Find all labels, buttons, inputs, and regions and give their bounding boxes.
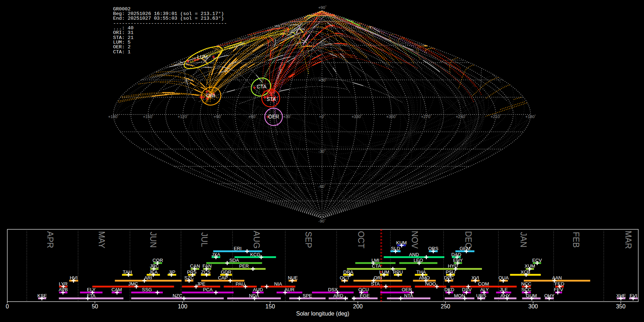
svg-text:JIP: JIP bbox=[169, 269, 175, 275]
svg-text:FEV: FEV bbox=[554, 287, 563, 292]
svg-text:+120°: +120° bbox=[178, 114, 189, 119]
svg-text:+210°: +210° bbox=[491, 114, 501, 119]
svg-text:CTA: CTA bbox=[257, 84, 267, 89]
svg-text:CTA: CTA bbox=[372, 263, 381, 269]
svg-text:PPS: PPS bbox=[187, 269, 197, 275]
svg-text:EGE: EGE bbox=[360, 293, 370, 298]
svg-text:GDR: GDR bbox=[221, 269, 231, 275]
svg-text:DSX: DSX bbox=[328, 287, 338, 292]
svg-text:AMO: AMO bbox=[419, 275, 430, 280]
svg-text:SEP: SEP bbox=[304, 231, 313, 248]
svg-text:JAN: JAN bbox=[519, 232, 528, 247]
svg-text:JUL: JUL bbox=[200, 233, 209, 247]
svg-text:CAP: CAP bbox=[218, 275, 228, 280]
svg-text:MON: MON bbox=[454, 293, 465, 298]
svg-text:GEM: GEM bbox=[459, 246, 470, 251]
svg-text:DAD: DAD bbox=[451, 252, 461, 257]
svg-text:+150°: +150° bbox=[143, 114, 153, 119]
svg-text:AAN: AAN bbox=[552, 275, 562, 280]
svg-text:ZCS: ZCS bbox=[201, 269, 211, 275]
svg-text:LEO: LEO bbox=[414, 258, 423, 263]
svg-text:ORI: ORI bbox=[374, 275, 382, 280]
svg-text:NOO: NOO bbox=[425, 281, 436, 287]
svg-text:200: 200 bbox=[353, 303, 363, 309]
svg-text:NIA: NIA bbox=[274, 281, 282, 287]
svg-text:300: 300 bbox=[528, 303, 538, 309]
svg-text:+180°: +180° bbox=[108, 114, 119, 119]
svg-text:AUG: AUG bbox=[252, 231, 261, 249]
svg-text:LUM: LUM bbox=[197, 54, 208, 60]
svg-text:150: 150 bbox=[265, 303, 275, 309]
svg-text:DRA: DRA bbox=[343, 269, 353, 275]
svg-text:APR: APR bbox=[45, 231, 55, 248]
svg-text:HYD: HYD bbox=[448, 263, 458, 269]
svg-text:OCU: OCU bbox=[358, 287, 369, 292]
svg-text:LMI: LMI bbox=[371, 258, 379, 263]
svg-text:STA: STA bbox=[267, 96, 276, 102]
svg-text:SDA: SDA bbox=[229, 258, 239, 263]
svg-text:TAH: TAH bbox=[123, 269, 132, 275]
svg-text:THA: THA bbox=[416, 269, 426, 275]
svg-text:JPE: JPE bbox=[197, 281, 205, 287]
svg-text:SSG: SSG bbox=[142, 287, 152, 292]
svg-text:XCB: XCB bbox=[521, 269, 530, 275]
svg-text:AHY: AHY bbox=[501, 293, 510, 298]
svg-text:AUR: AUR bbox=[284, 287, 294, 292]
svg-text:NDA: NDA bbox=[249, 293, 259, 298]
svg-text:ARI: ARI bbox=[144, 275, 152, 280]
svg-text:MAY: MAY bbox=[97, 231, 106, 248]
svg-text:NTA: NTA bbox=[404, 293, 413, 298]
svg-text:PER: PER bbox=[239, 263, 249, 269]
svg-text:100: 100 bbox=[178, 303, 187, 309]
svg-text:NZC: NZC bbox=[172, 293, 182, 298]
svg-text:KCG: KCG bbox=[250, 252, 260, 257]
svg-text:250: 250 bbox=[441, 303, 450, 309]
svg-text:SPE: SPE bbox=[303, 293, 312, 298]
svg-text:OER: OER bbox=[268, 114, 279, 119]
svg-text:CTA: 1: CTA: 1 bbox=[113, 49, 131, 55]
svg-text:+240°: +240° bbox=[456, 114, 467, 119]
svg-text:OCT: OCT bbox=[356, 231, 366, 249]
svg-text:50: 50 bbox=[92, 303, 98, 309]
svg-text:ARD: ARD bbox=[333, 293, 343, 298]
svg-text:STA: STA bbox=[371, 281, 380, 287]
svg-text:JRC: JRC bbox=[150, 263, 159, 269]
svg-text:FEB: FEB bbox=[571, 232, 581, 248]
svg-text:PAU: PAU bbox=[235, 281, 245, 287]
svg-text:ORI: ORI bbox=[206, 93, 215, 98]
svg-text:+300°: +300° bbox=[386, 114, 397, 119]
svg-text:AND: AND bbox=[409, 252, 419, 257]
svg-text:+180°: +180° bbox=[525, 114, 536, 119]
svg-text:Solar longitude (deg): Solar longitude (deg) bbox=[296, 311, 350, 317]
svg-text:PCA: PCA bbox=[203, 287, 213, 292]
svg-text:ELY: ELY bbox=[87, 287, 96, 292]
svg-text:0: 0 bbox=[6, 303, 9, 309]
svg-text:OER: OER bbox=[402, 287, 412, 292]
svg-text:JUN: JUN bbox=[148, 232, 158, 248]
svg-text:NOV: NOV bbox=[410, 231, 419, 249]
svg-text:+330°: +330° bbox=[351, 114, 362, 119]
svg-text:NUE: NUE bbox=[288, 275, 298, 280]
svg-text:+270°: +270° bbox=[421, 114, 432, 119]
svg-text:COM: COM bbox=[478, 281, 489, 287]
svg-text:ERI: ERI bbox=[234, 246, 241, 251]
svg-text:FAN: FAN bbox=[203, 263, 212, 269]
svg-text:MAR: MAR bbox=[624, 230, 633, 249]
svg-text:350: 350 bbox=[616, 303, 626, 309]
